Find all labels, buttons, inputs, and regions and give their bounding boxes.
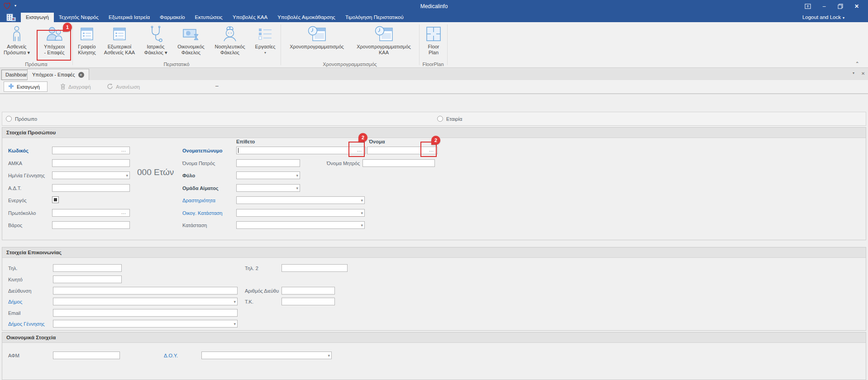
ribbon-button-scheduling[interactable]: Χρονοπρογραμματισμός [285, 24, 348, 62]
chevron-down-icon: ▾ [234, 299, 236, 304]
blood-group-combo[interactable]: ▾ [236, 184, 300, 192]
chevron-down-icon: ▾ [328, 353, 330, 358]
address-no-input[interactable] [281, 287, 335, 294]
refresh-button[interactable]: Ανανέωση [103, 81, 144, 92]
ribbon-button-nursing-record[interactable]: Νοσηλευτικός Φάκελος [210, 24, 249, 62]
email-input[interactable] [53, 309, 238, 317]
delete-label: Διαγραφή [68, 84, 91, 90]
doy-combo[interactable]: ▾ [201, 352, 332, 359]
menu-tab-ypovoles-kaa[interactable]: Υποβολές ΚΑΑ [228, 13, 272, 22]
annotation-badge-step2-surname: 2 [358, 133, 367, 142]
field-label-status: Κατάσταση [182, 223, 207, 228]
application-window: ▾ Medicalinfo – ✕ Εισαγωγή Τεχνητός Νεφρ… [0, 0, 868, 380]
menu-tab-technitos-nefros[interactable]: Τεχνητός Νεφρός [54, 13, 104, 22]
field-label-mobile: Κινητό [8, 277, 23, 282]
minimize-button[interactable]: – [818, 3, 830, 10]
nurse-icon [223, 24, 237, 44]
document-list-icon [80, 24, 94, 44]
mother-name-input[interactable] [362, 159, 435, 167]
tab-label: Υπόχρεοι - Επαφές [32, 70, 75, 80]
ribbon-button-patients-persons[interactable]: Ασθενείς Πρόσωπα ▾ [2, 24, 32, 62]
section-contact-details: Στοιχεία Επικοινωνίας Τηλ. Τηλ. 2 Κινητό… [2, 247, 866, 331]
menu-tab-farmakeio[interactable]: Φαρμακείο [155, 13, 190, 22]
field-label-protokollo: Πρωτόκολλο [8, 210, 36, 216]
address-input[interactable] [53, 287, 238, 294]
adt-input[interactable] [52, 184, 130, 192]
tab-ypochreoi-epafes[interactable]: Υπόχρεοι - Επαφές ✕ [27, 69, 89, 80]
menu-tab-ypovoles-aimokatharsis[interactable]: Υποβολές Αιμοκάθαρσης [272, 13, 340, 22]
menu-tab-exoterika-iatreia[interactable]: Εξωτερικά Ιατρεία [104, 13, 155, 22]
close-document-icon[interactable]: ✕ [861, 71, 865, 76]
ribbon-label: Εργασίες [255, 44, 276, 50]
section-financial-title: Οικονομικά Στοιχεία [2, 332, 866, 343]
field-label-address-no: Αριθμός Διεύθυ [245, 288, 279, 294]
title-bar: ▾ Medicalinfo – ✕ [0, 0, 868, 13]
trash-icon [60, 83, 66, 90]
mobile-input[interactable] [53, 276, 122, 283]
menu-tab-timologisi-peristatikou[interactable]: Τιμολόγηση Περιστατικού [340, 13, 409, 22]
menu-tab-eisagogi[interactable]: Εισαγωγή [21, 13, 54, 22]
afm-input[interactable] [53, 352, 120, 359]
ribbon-label: Φάκελος [181, 50, 200, 56]
logout-and-lock-button[interactable]: Logout and Lock▾ [802, 13, 844, 23]
field-label-activity: Δραστηριότητα [182, 198, 215, 203]
kodikos-input[interactable]: … [52, 147, 130, 154]
column-header-surname: Επίθετο [236, 139, 255, 144]
ribbon-button-financial-record[interactable]: Οικονομικός Φάκελος [173, 24, 209, 62]
close-tab-icon[interactable]: ✕ [78, 72, 84, 78]
birthdate-combo[interactable]: ▾ [52, 171, 130, 179]
field-label-birth-municipality: Δήμος Γέννησης [8, 321, 45, 327]
ribbon-button-external-patients-kaa[interactable]: Εξωτερικοί Ασθενείς ΚΑΑ [102, 24, 137, 62]
ribbon-label: Floor [428, 44, 439, 50]
activity-combo[interactable]: ▾ [236, 196, 365, 204]
ribbon-button-scheduling-kaa[interactable]: Χρονοπρογραμματισμός ΚΑΑ [352, 24, 415, 62]
schedule-calendar-icon [374, 24, 394, 44]
tel-input[interactable] [53, 264, 122, 272]
amka-input[interactable] [52, 159, 130, 167]
ribbon-button-tasks[interactable]: Εργασίες ▾ [252, 24, 278, 62]
refresh-icon [107, 83, 113, 90]
lookup-ellipsis-button[interactable]: … [118, 147, 129, 153]
delete-button[interactable]: Διαγραφή [56, 81, 95, 92]
father-name-input[interactable] [236, 159, 300, 167]
ribbon-group-separator [447, 24, 448, 65]
collapse-ribbon-chevron-icon[interactable]: ⌃ [855, 61, 859, 66]
restore-button[interactable] [835, 3, 846, 10]
ribbon-label: Πρόσωπα ▾ [4, 50, 30, 56]
ribbon-group-separator [72, 24, 73, 65]
insert-label: Εισαγωγή [17, 84, 40, 90]
column-header-name: Όνομα [369, 139, 385, 144]
surname-input[interactable]: … [236, 147, 366, 154]
ribbon-label: Plan [429, 50, 439, 56]
tel2-input[interactable] [281, 264, 348, 272]
municipality-combo[interactable]: ▾ [53, 298, 238, 305]
ribbon-group-label-persons: Πρόσωπα [0, 62, 72, 67]
chevron-down-icon: ▾ [361, 223, 363, 228]
close-button[interactable]: ✕ [851, 3, 863, 10]
protokollo-input[interactable]: … [52, 209, 130, 217]
ribbon-button-floorplan[interactable]: Floor Plan [423, 24, 444, 62]
field-label-municipality: Δήμος [8, 299, 22, 304]
ribbon-button-medical-record[interactable]: Ιατρικός Φάκελος ▾ [140, 24, 171, 62]
menu-tab-ektyposeis[interactable]: Εκτυπώσεις [190, 13, 228, 22]
fylo-combo[interactable]: ▾ [236, 171, 300, 179]
tab-list-chevron-icon[interactable]: ▾ [853, 71, 854, 75]
birth-municipality-combo[interactable]: ▾ [53, 320, 238, 328]
field-label-marital-status: Οικογ. Κατάσταση [182, 210, 222, 216]
radio-etairia[interactable] [437, 116, 443, 122]
insert-button[interactable]: Εισαγωγή [4, 81, 48, 92]
energos-checkbox[interactable] [52, 196, 59, 203]
ribbon-label: Φάκελος [220, 50, 239, 56]
fullscreen-button[interactable] [802, 3, 814, 10]
radio-prosopo[interactable] [6, 116, 12, 122]
status-combo[interactable]: ▾ [236, 221, 365, 229]
section-contact-title: Στοιχεία Επικοινωνίας [2, 247, 866, 258]
field-label-email: Email [8, 310, 21, 316]
task-list-icon [258, 24, 272, 44]
ribbon-button-movement-office[interactable]: Γραφείο Κίνησης [74, 24, 100, 62]
postal-code-input[interactable] [281, 298, 335, 305]
varos-input[interactable] [52, 221, 130, 229]
marital-status-combo[interactable]: ▾ [236, 209, 365, 217]
radio-prosopo-label: Πρόσωπο [15, 116, 37, 122]
lookup-ellipsis-button[interactable]: … [118, 210, 129, 216]
